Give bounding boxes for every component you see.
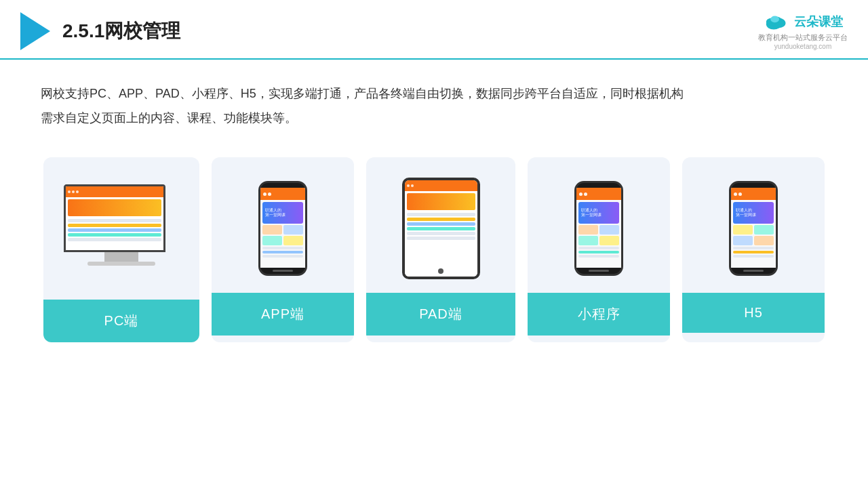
- phone-notch: [274, 183, 292, 188]
- play-icon: [20, 12, 50, 50]
- description-text: 网校支持PC、APP、PAD、小程序、H5，实现多端打通，产品各终端自由切换，数…: [41, 81, 827, 106]
- app-phone-device: 职通人的第一堂网课: [258, 181, 307, 276]
- card-h5-label: H5: [682, 293, 825, 333]
- card-miniprogram-image: 职通人的第一堂网课: [528, 157, 670, 293]
- logo-url: yunduoketang.com: [774, 43, 832, 50]
- phone-notch-2: [590, 183, 608, 188]
- card-pad: PAD端: [366, 157, 515, 342]
- svg-point-4: [770, 16, 779, 23]
- card-pc-image: [43, 157, 199, 300]
- card-miniprogram: 职通人的第一堂网课: [528, 157, 670, 342]
- phone-screen-3: 职通人的第一堂网课: [731, 188, 776, 268]
- cards-section: PC端 职通人的第一堂网课: [0, 144, 868, 363]
- description: 网校支持PC、APP、PAD、小程序、H5，实现多端打通，产品各终端自由切换，数…: [0, 60, 868, 144]
- header-left: 2.5.1网校管理: [20, 12, 180, 50]
- card-app: 职通人的第一堂网课: [212, 157, 354, 342]
- logo-subtitle: 教育机构一站式服务云平台: [758, 33, 848, 43]
- card-app-label: APP端: [212, 293, 354, 336]
- h5-phone-device: 职通人的第一堂网课: [729, 181, 778, 276]
- logo-text: 云朵课堂: [794, 14, 843, 30]
- tablet-screen: [405, 180, 477, 277]
- pc-screen: [64, 184, 165, 252]
- phone-screen-2: 职通人的第一堂网课: [576, 188, 621, 268]
- page-title: 2.5.1网校管理: [62, 18, 180, 44]
- card-h5-image: 职通人的第一堂网课: [682, 157, 825, 293]
- card-pc: PC端: [43, 157, 199, 342]
- brand-logo: 云朵课堂 教育机构一站式服务云平台 yunduoketang.com: [758, 12, 848, 50]
- pad-device: [402, 178, 480, 279]
- card-app-image: 职通人的第一堂网课: [212, 157, 354, 293]
- card-h5: 职通人的第一堂网课: [682, 157, 825, 342]
- phone-screen: 职通人的第一堂网课: [260, 188, 305, 268]
- card-miniprogram-label: 小程序: [528, 293, 670, 336]
- description-text-2: 需求自定义页面上的内容、课程、功能模块等。: [41, 106, 827, 130]
- pc-device: [64, 184, 179, 279]
- cloud-icon: [763, 12, 790, 31]
- card-pc-label: PC端: [43, 300, 199, 342]
- miniprogram-phone-device: 职通人的第一堂网课: [574, 181, 623, 276]
- cloud-logo-container: 云朵课堂: [763, 12, 843, 31]
- phone-notch-3: [745, 183, 762, 188]
- header: 2.5.1网校管理 云朵课堂 教育机构一站式服务云平台 yunduoketang…: [0, 0, 868, 60]
- card-pad-label: PAD端: [366, 293, 515, 336]
- card-pad-image: [366, 157, 515, 293]
